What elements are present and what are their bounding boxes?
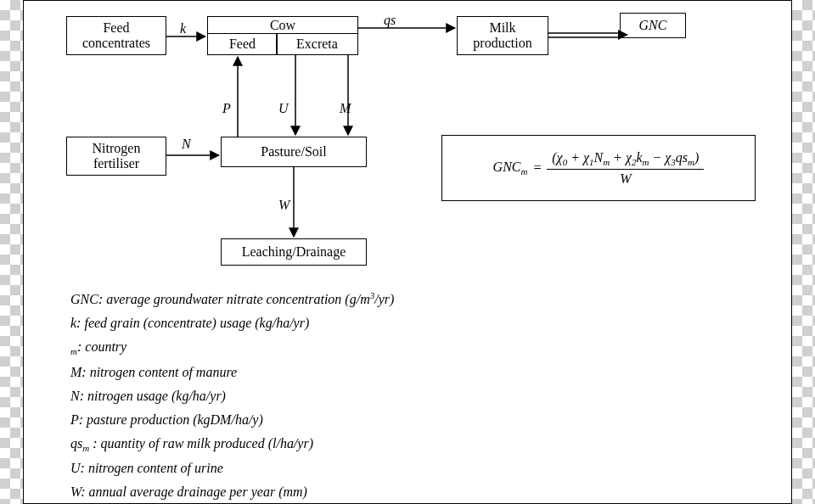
var-N-sub: m xyxy=(603,157,610,167)
var-qs: qs xyxy=(676,150,688,165)
formula-denominator: W xyxy=(620,170,631,187)
formula-lhs-var: GNC xyxy=(493,160,521,174)
legend-line-M: M: nitrogen content of manure xyxy=(70,361,394,384)
formula-fraction: (χ0 + χ1Nm + χ2km − χ3qsm) W xyxy=(547,150,704,187)
edge-label-W: W xyxy=(278,198,289,213)
box-leaching-drainage: Leaching/Drainage xyxy=(221,238,367,266)
edge-label-U: U xyxy=(278,101,289,116)
var-k-sub: m xyxy=(643,157,649,167)
box-feed-concentrates: Feedconcentrates xyxy=(66,16,166,55)
legend-m-sub: m xyxy=(70,347,77,357)
box-pasture-soil: Pasture/Soil xyxy=(221,137,367,167)
equals-sign: = xyxy=(532,160,542,176)
box-feed-concentrates-label: Feedconcentrates xyxy=(82,20,150,52)
edge-label-P: P xyxy=(222,101,231,116)
legend-line-gnc: GNC: average groundwater nitrate concent… xyxy=(70,288,394,311)
chi0-sub: 0 xyxy=(563,157,568,167)
formula-numerator: (χ0 + χ1Nm + χ2km − χ3qsm) xyxy=(547,150,704,170)
formula-lhs-sub: m xyxy=(521,166,528,176)
var-N: N xyxy=(593,150,603,165)
chi0: χ xyxy=(557,150,563,165)
box-cow: Cow Feed Excreta xyxy=(207,16,358,55)
legend-line-N: N: nitrogen usage (kg/ha/yr) xyxy=(70,384,394,408)
transparency-checker-left xyxy=(0,0,23,504)
legend-m-text: : country xyxy=(77,339,126,354)
legend-line-U: U: nitrogen content of urine xyxy=(70,456,394,480)
legend-line-m-country: m: country xyxy=(70,335,394,360)
legend-line-qs: qsm : quantity of raw milk produced (l/h… xyxy=(70,432,394,456)
box-cow-label: Cow xyxy=(208,17,357,34)
arrow-milk-to-gnc xyxy=(548,30,628,40)
chi1: χ xyxy=(583,150,589,165)
box-cow-excreta: Excreta xyxy=(276,33,358,55)
diagram-stage: Feedconcentrates Cow Feed Excreta Milkpr… xyxy=(23,0,792,504)
box-pasture-soil-label: Pasture/Soil xyxy=(261,144,326,160)
formula: GNCm = (χ0 + χ1Nm + χ2km − χ3qsm) W xyxy=(493,150,705,187)
box-nitrogen-fertiliser-label: Nitrogenfertiliser xyxy=(93,141,141,172)
legend-qs-b: : quantity of raw milk produced (l/ha/yr… xyxy=(89,436,313,451)
legend-line-W: W: annual average drainage per year (mm) xyxy=(70,480,394,504)
box-gnc: GNC xyxy=(620,13,686,38)
legend-gnc-b: /yr) xyxy=(374,292,394,306)
box-nitrogen-fertiliser: Nitrogenfertiliser xyxy=(66,137,166,176)
chi2: χ xyxy=(626,150,632,165)
box-cow-feed: Feed xyxy=(207,33,278,55)
edge-label-qs: qs xyxy=(384,13,396,28)
edge-label-M: M xyxy=(340,101,351,116)
var-qs-sub: m xyxy=(688,157,694,167)
box-gnc-label: GNC xyxy=(639,18,667,33)
edge-label-k: k xyxy=(180,21,186,36)
formula-box: GNCm = (χ0 + χ1Nm + χ2km − χ3qsm) W xyxy=(441,135,756,201)
legend-qs-sub: m xyxy=(82,443,89,453)
legend-qs-a: qs xyxy=(70,436,82,451)
box-milk-production-label: Milkproduction xyxy=(473,20,531,52)
legend-line-P: P: pasture production (kgDM/ha/y) xyxy=(70,408,394,432)
edge-label-N: N xyxy=(182,137,191,152)
box-milk-production: Milkproduction xyxy=(457,16,548,55)
legend-line-k: k: feed grain (concentrate) usage (kg/ha… xyxy=(70,311,394,335)
box-leaching-drainage-label: Leaching/Drainage xyxy=(242,244,346,260)
legend-gnc-a: GNC: average groundwater nitrate concent… xyxy=(70,292,370,306)
var-k: k xyxy=(636,150,642,165)
transparency-checker-right xyxy=(792,0,815,504)
legend: GNC: average groundwater nitrate concent… xyxy=(70,288,394,504)
